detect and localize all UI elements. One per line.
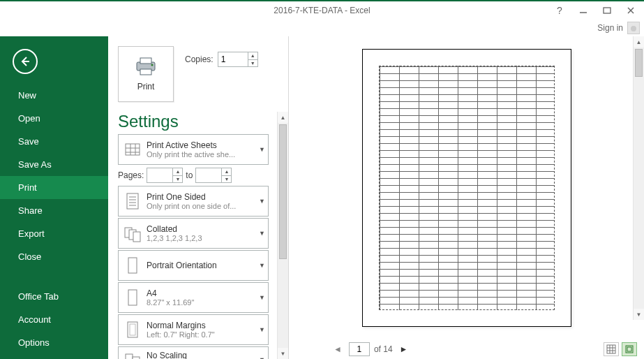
chevron-down-icon: ▼ bbox=[255, 198, 268, 205]
margins-icon bbox=[119, 321, 147, 339]
sidebar-item-close[interactable]: Close bbox=[0, 245, 108, 268]
scroll-track[interactable] bbox=[634, 47, 644, 309]
preview-area: ▲ ▼ bbox=[289, 36, 644, 339]
sidebar-item-save-as[interactable]: Save As bbox=[0, 153, 108, 176]
margins-dropdown[interactable]: Normal Margins Left: 0.7" Right: 0.7" ▼ bbox=[118, 314, 269, 345]
chevron-down-icon: ▼ bbox=[255, 230, 268, 237]
window-title: 2016-7-KTE-DATA - Excel bbox=[274, 6, 370, 15]
scroll-down-button[interactable]: ▼ bbox=[278, 348, 288, 359]
spinner-down[interactable]: ▼ bbox=[173, 176, 182, 183]
scroll-up-button[interactable]: ▲ bbox=[278, 112, 288, 123]
settings-scrollbar[interactable]: ▲ ▼ bbox=[277, 112, 288, 359]
avatar-icon[interactable] bbox=[627, 22, 640, 34]
sidebar-item-options[interactable]: Options bbox=[0, 331, 108, 354]
pages-to-input[interactable] bbox=[196, 168, 221, 182]
printer-icon bbox=[134, 57, 158, 76]
preview-grid bbox=[379, 66, 555, 310]
next-page-button[interactable]: ► bbox=[397, 344, 411, 354]
preview-scrollbar[interactable]: ▲ ▼ bbox=[633, 36, 644, 320]
sidebar-item-account[interactable]: Account bbox=[0, 308, 108, 331]
sidebar-item-print[interactable]: Print bbox=[0, 176, 108, 199]
svg-rect-6 bbox=[140, 58, 151, 64]
svg-rect-23 bbox=[128, 290, 137, 305]
settings-stack: Print Active Sheets Only print the activ… bbox=[118, 134, 269, 359]
pages-to-label: to bbox=[186, 170, 193, 180]
copies-input[interactable] bbox=[218, 52, 248, 66]
print-what-dropdown[interactable]: Print Active Sheets Only print the activ… bbox=[118, 134, 269, 165]
current-page-input[interactable] bbox=[349, 342, 370, 356]
signin-link[interactable]: Sign in bbox=[597, 23, 623, 33]
sides-dropdown[interactable]: Print One Sided Only print on one side o… bbox=[118, 186, 269, 217]
show-margins-button[interactable] bbox=[604, 342, 619, 356]
spinner-up[interactable]: ▲ bbox=[222, 168, 231, 176]
prev-page-button[interactable]: ◄ bbox=[331, 344, 345, 354]
scroll-up-button[interactable]: ▲ bbox=[634, 36, 644, 47]
minimize-button[interactable] bbox=[574, 3, 592, 17]
signin-row: Sign in bbox=[0, 20, 644, 36]
svg-rect-21 bbox=[133, 232, 140, 242]
copies-spinner[interactable]: ▲ ▼ bbox=[218, 52, 258, 67]
preview-footer: ◄ of 14 ► bbox=[289, 339, 644, 359]
zoom-to-page-button[interactable] bbox=[622, 342, 637, 356]
scaling-dropdown[interactable]: No Scaling Print sheets at their actual … bbox=[118, 346, 269, 359]
pages-row: Pages: ▲▼ to ▲▼ bbox=[118, 166, 269, 184]
copies-row: Copies: ▲ ▼ bbox=[185, 52, 258, 67]
pages-to-spinner[interactable]: ▲▼ bbox=[195, 168, 232, 183]
page-total-label: of 14 bbox=[374, 344, 393, 354]
backstage-sidebar: New Open Save Save As Print Share Export… bbox=[0, 36, 108, 359]
restore-button[interactable] bbox=[598, 3, 616, 17]
paper-icon bbox=[119, 288, 147, 307]
svg-rect-28 bbox=[607, 345, 615, 353]
sidebar-item-save[interactable]: Save bbox=[0, 130, 108, 153]
sidebar-item-new[interactable]: New bbox=[0, 84, 108, 107]
copies-label: Copies: bbox=[185, 54, 214, 64]
svg-rect-25 bbox=[130, 324, 135, 335]
svg-point-8 bbox=[151, 64, 153, 66]
svg-rect-26 bbox=[126, 354, 133, 359]
pages-label: Pages: bbox=[118, 170, 144, 180]
pages-from-input[interactable] bbox=[147, 168, 172, 182]
orientation-dropdown[interactable]: Portrait Orientation ▼ bbox=[118, 250, 269, 281]
svg-rect-1 bbox=[604, 8, 611, 13]
chevron-down-icon: ▼ bbox=[255, 326, 268, 333]
spinner-down[interactable]: ▼ bbox=[248, 60, 257, 67]
print-preview-column: ▲ ▼ ◄ of 14 ► bbox=[289, 36, 644, 359]
print-settings-column: Print Copies: ▲ ▼ Settings bbox=[108, 36, 288, 359]
scroll-thumb[interactable] bbox=[635, 49, 643, 77]
svg-rect-7 bbox=[140, 69, 151, 75]
main-area: Print Copies: ▲ ▼ Settings bbox=[108, 36, 644, 359]
spinner-down[interactable]: ▼ bbox=[222, 176, 231, 183]
sidebar-item-export[interactable]: Export bbox=[0, 222, 108, 245]
scroll-thumb[interactable] bbox=[279, 124, 287, 259]
pages-from-spinner[interactable]: ▲▼ bbox=[147, 168, 183, 183]
spinner-arrows: ▲ ▼ bbox=[248, 52, 257, 66]
title-bar: 2016-7-KTE-DATA - Excel ? bbox=[0, 0, 644, 20]
spinner-up[interactable]: ▲ bbox=[248, 52, 257, 60]
svg-rect-14 bbox=[127, 193, 138, 209]
paper-size-dropdown[interactable]: A4 8.27" x 11.69" ▼ bbox=[118, 282, 269, 313]
print-button-label: Print bbox=[137, 82, 155, 91]
spinner-up[interactable]: ▲ bbox=[173, 168, 182, 176]
preview-zoom-controls bbox=[604, 342, 637, 356]
svg-rect-9 bbox=[126, 144, 140, 155]
chevron-down-icon: ▼ bbox=[255, 294, 268, 301]
window-controls: ? bbox=[551, 3, 644, 17]
back-button[interactable] bbox=[13, 49, 38, 74]
sidebar-item-open[interactable]: Open bbox=[0, 107, 108, 130]
opt-title: Print Active Sheets bbox=[147, 140, 255, 150]
opt-sub: Only print the active she... bbox=[147, 150, 255, 159]
close-button[interactable] bbox=[622, 3, 640, 17]
sidebar-separator bbox=[0, 268, 108, 285]
scaling-icon bbox=[119, 351, 147, 359]
svg-rect-22 bbox=[128, 258, 137, 273]
scroll-down-button[interactable]: ▼ bbox=[634, 309, 644, 320]
sidebar-item-office-tab[interactable]: Office Tab bbox=[0, 285, 108, 308]
portrait-icon bbox=[119, 256, 147, 274]
help-icon[interactable]: ? bbox=[551, 3, 569, 17]
print-button[interactable]: Print bbox=[118, 46, 174, 102]
sidebar-item-share[interactable]: Share bbox=[0, 199, 108, 222]
collate-dropdown[interactable]: Collated 1,2,3 1,2,3 1,2,3 ▼ bbox=[118, 218, 269, 249]
sheets-icon bbox=[119, 142, 147, 157]
page-single-icon bbox=[119, 192, 147, 210]
scroll-track[interactable] bbox=[278, 123, 288, 348]
